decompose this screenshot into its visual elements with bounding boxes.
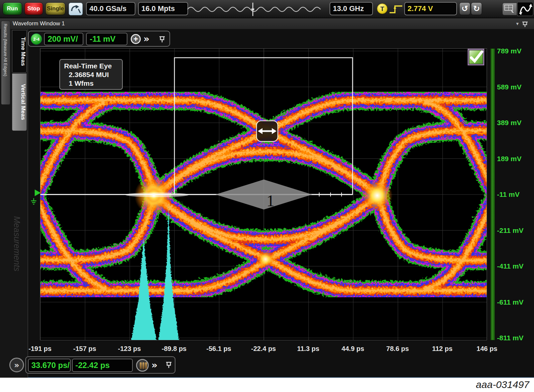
horizontal-scale-group: 33.670 ps/ -22.42 ps » — [25, 356, 175, 374]
trigger-edge-icon — [389, 4, 404, 14]
channel-level-marker[interactable] — [35, 189, 41, 196]
y-tick-label: -411 mV — [497, 262, 523, 270]
horizontal-chevron[interactable]: » — [151, 360, 157, 371]
x-tick-label: 11.3 ps — [297, 345, 320, 353]
expand-chevron[interactable]: » — [143, 33, 149, 44]
x-tick-label: -157 ps — [73, 345, 96, 353]
x-tick-label: 78.6 ps — [386, 345, 409, 353]
tab-vertical-meas[interactable]: Vertical Meas — [12, 73, 27, 131]
results-panel-tab[interactable]: Results (Measure All Edges) — [1, 21, 10, 105]
oscilloscope-screen: Run Stop Single 40.0 GSa/s 16.0 Mpts 13.… — [0, 0, 534, 378]
undo-button[interactable]: ↺ — [459, 2, 470, 15]
y-tick-label: 389 mV — [497, 119, 522, 127]
eye-info-box: Real-Time Eye 2.36854 MUI 1 Wfms — [59, 59, 123, 90]
top-toolbar: Run Stop Single 40.0 GSa/s 16.0 Mpts 13.… — [0, 0, 534, 18]
memory-depth-field[interactable]: 16.0 Mpts — [138, 2, 188, 15]
x-tick-label: -123 ps — [118, 345, 141, 353]
y-tick-label: -811 mV — [497, 334, 523, 342]
measurements-watermark: Measurements — [12, 216, 22, 271]
x-tick-label: -89.8 ps — [162, 345, 186, 353]
horizontal-expand-button[interactable]: » — [9, 358, 24, 372]
y-tick-label: -211 mV — [497, 227, 523, 235]
x-tick-label: 146 ps — [477, 345, 497, 353]
window-title: Waveform Window 1 — [13, 20, 65, 27]
horizontal-drag-handle[interactable] — [256, 121, 278, 141]
horizontal-knob-icon[interactable] — [136, 359, 149, 372]
channel-scale-group: 2-4 200 mV/ -11 mV + » — [28, 31, 170, 47]
window-titlebar[interactable]: Waveform Window 1 ▾ — [0, 18, 534, 29]
marker-diamond[interactable]: 1 — [215, 179, 312, 210]
stop-button[interactable]: Stop — [24, 2, 43, 15]
vertical-scale-bar[interactable] — [490, 48, 495, 340]
results-panel-label: Results (Measure All Edges) — [3, 24, 8, 76]
eye-info-title: Real-Time Eye — [64, 62, 122, 70]
y-tick-label: -11 mV — [497, 190, 520, 199]
horizontal-delay-slider[interactable] — [187, 1, 327, 17]
y-tick-label: -611 mV — [497, 298, 523, 306]
y-tick-label: 789 mV — [497, 47, 522, 55]
x-axis-labels: -191 ps-157 ps-123 ps-89.8 ps-56.1 ps-22… — [0, 345, 534, 355]
channel-badge[interactable]: 2-4 — [31, 33, 42, 45]
eye-info-wfms: 1 Wfms — [64, 79, 122, 88]
display-checkbox[interactable] — [468, 49, 484, 65]
scale-pin-icon[interactable] — [158, 35, 166, 43]
vertical-offset-field[interactable]: -11 mV — [86, 33, 127, 45]
trigger-level-field[interactable]: 2.774 V — [404, 2, 457, 15]
y-tick-label: 189 mV — [497, 155, 522, 163]
svg-text:1: 1 — [266, 192, 275, 210]
check-icon — [469, 50, 483, 64]
y-axis-labels: 789 mV589 mV389 mV189 mV-11 mV-211 mV-41… — [497, 0, 534, 378]
vertical-scale-field[interactable]: 200 mV/ — [44, 33, 83, 45]
eye-info-mui: 2.36854 MUI — [64, 70, 122, 79]
eye-diagram: 1 — [40, 49, 487, 340]
waveform-plot[interactable]: 1 — [40, 48, 487, 340]
x-tick-label: -56.1 ps — [206, 345, 231, 353]
x-tick-label: 44.9 ps — [342, 345, 364, 353]
touch-toggle-button[interactable] — [69, 3, 83, 15]
x-tick-label: -191 ps — [29, 345, 52, 353]
sample-rate-field[interactable]: 40.0 GSa/s — [86, 2, 135, 15]
y-tick-label: 589 mV — [497, 83, 522, 91]
single-button[interactable]: Single — [45, 2, 65, 15]
redo-button[interactable]: ↻ — [471, 2, 482, 15]
ground-reference-icon — [29, 198, 38, 206]
x-tick-label: -22.4 ps — [251, 345, 276, 353]
bandwidth-field[interactable]: 13.0 GHz — [330, 2, 373, 15]
touch-icon — [69, 3, 82, 15]
timebase-scale-field[interactable]: 33.670 ps/ — [28, 359, 71, 372]
tab-time-meas[interactable]: Time Meas — [12, 30, 27, 73]
run-button[interactable]: Run — [3, 2, 22, 15]
trigger-badge[interactable]: T — [377, 3, 388, 14]
timebase-position-field[interactable]: -22.42 ps — [72, 359, 133, 372]
add-scale-button[interactable]: + — [131, 34, 141, 44]
horizontal-pin-icon[interactable] — [165, 361, 173, 369]
x-tick-label: 112 ps — [432, 345, 452, 353]
figure-label: aaa-031497 — [476, 379, 529, 390]
